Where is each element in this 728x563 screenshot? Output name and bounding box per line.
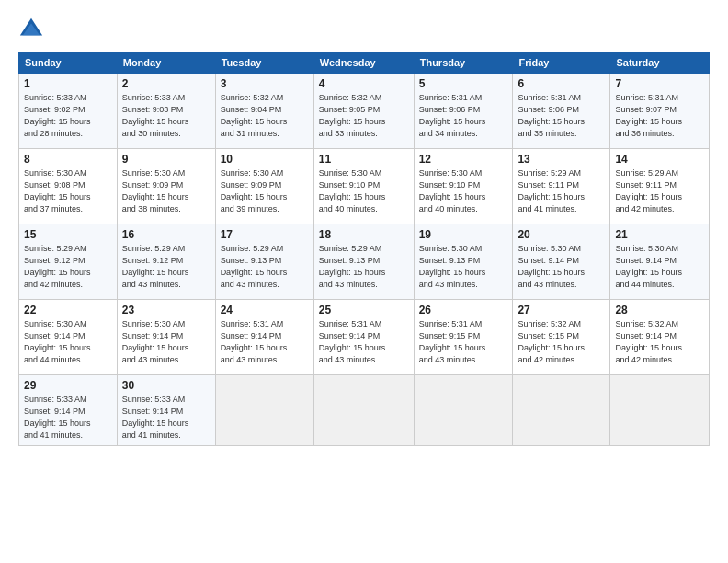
day-number: 10 — [221, 153, 309, 166]
calendar-cell: 18Sunrise: 5:29 AM Sunset: 9:13 PM Dayli… — [313, 224, 414, 300]
calendar-cell: 6Sunrise: 5:31 AM Sunset: 9:06 PM Daylig… — [513, 74, 610, 149]
calendar-cell: 26Sunrise: 5:31 AM Sunset: 9:15 PM Dayli… — [414, 300, 513, 375]
day-info: Sunrise: 5:30 AM Sunset: 9:09 PM Dayligh… — [122, 167, 210, 215]
weekday-header-wednesday: Wednesday — [313, 52, 414, 74]
calendar-cell: 25Sunrise: 5:31 AM Sunset: 9:14 PM Dayli… — [313, 300, 414, 375]
day-info: Sunrise: 5:33 AM Sunset: 9:14 PM Dayligh… — [122, 394, 210, 442]
day-number: 27 — [518, 304, 605, 316]
page: SundayMondayTuesdayWednesdayThursdayFrid… — [0, 0, 728, 563]
weekday-header-friday: Friday — [513, 52, 610, 74]
day-info: Sunrise: 5:29 AM Sunset: 9:11 PM Dayligh… — [615, 167, 704, 215]
day-info: Sunrise: 5:32 AM Sunset: 9:14 PM Dayligh… — [615, 318, 704, 366]
day-number: 29 — [24, 379, 112, 392]
day-number: 8 — [24, 153, 112, 166]
day-info: Sunrise: 5:33 AM Sunset: 9:14 PM Dayligh… — [24, 394, 112, 442]
calendar-week-row: 1Sunrise: 5:33 AM Sunset: 9:02 PM Daylig… — [19, 74, 710, 149]
calendar-cell — [313, 375, 414, 446]
day-number: 4 — [319, 77, 409, 90]
day-number: 7 — [615, 77, 704, 90]
day-number: 19 — [419, 228, 508, 241]
day-info: Sunrise: 5:29 AM Sunset: 9:12 PM Dayligh… — [122, 243, 210, 291]
calendar-cell: 11Sunrise: 5:30 AM Sunset: 9:10 PM Dayli… — [313, 149, 414, 224]
day-number: 30 — [122, 379, 210, 392]
day-info: Sunrise: 5:29 AM Sunset: 9:13 PM Dayligh… — [221, 243, 309, 291]
calendar-cell: 16Sunrise: 5:29 AM Sunset: 9:12 PM Dayli… — [117, 224, 215, 300]
weekday-header-sunday: Sunday — [19, 52, 118, 74]
calendar-cell: 8Sunrise: 5:30 AM Sunset: 9:08 PM Daylig… — [19, 149, 118, 224]
day-number: 17 — [221, 228, 309, 241]
day-info: Sunrise: 5:33 AM Sunset: 9:03 PM Dayligh… — [122, 92, 210, 140]
day-info: Sunrise: 5:32 AM Sunset: 9:05 PM Dayligh… — [319, 92, 409, 140]
day-number: 16 — [122, 228, 210, 241]
day-number: 23 — [122, 304, 210, 316]
calendar-week-row: 15Sunrise: 5:29 AM Sunset: 9:12 PM Dayli… — [19, 224, 710, 300]
day-number: 26 — [419, 304, 508, 316]
day-info: Sunrise: 5:30 AM Sunset: 9:10 PM Dayligh… — [319, 167, 409, 215]
day-info: Sunrise: 5:33 AM Sunset: 9:02 PM Dayligh… — [24, 92, 112, 140]
calendar-cell: 7Sunrise: 5:31 AM Sunset: 9:07 PM Daylig… — [610, 74, 710, 149]
day-info: Sunrise: 5:31 AM Sunset: 9:06 PM Dayligh… — [518, 92, 605, 140]
day-number: 14 — [615, 153, 704, 166]
day-info: Sunrise: 5:32 AM Sunset: 9:15 PM Dayligh… — [518, 318, 605, 366]
day-number: 2 — [122, 77, 210, 90]
calendar-cell: 29Sunrise: 5:33 AM Sunset: 9:14 PM Dayli… — [19, 375, 118, 446]
calendar-week-row: 8Sunrise: 5:30 AM Sunset: 9:08 PM Daylig… — [19, 149, 710, 224]
day-info: Sunrise: 5:30 AM Sunset: 9:14 PM Dayligh… — [615, 243, 704, 291]
calendar-cell: 17Sunrise: 5:29 AM Sunset: 9:13 PM Dayli… — [215, 224, 313, 300]
calendar-cell: 24Sunrise: 5:31 AM Sunset: 9:14 PM Dayli… — [215, 300, 313, 375]
calendar-cell — [414, 375, 513, 446]
day-number: 12 — [419, 153, 508, 166]
calendar-week-row: 22Sunrise: 5:30 AM Sunset: 9:14 PM Dayli… — [19, 300, 710, 375]
calendar-cell: 1Sunrise: 5:33 AM Sunset: 9:02 PM Daylig… — [19, 74, 118, 149]
day-number: 21 — [615, 228, 704, 241]
day-number: 22 — [24, 304, 112, 316]
day-info: Sunrise: 5:29 AM Sunset: 9:11 PM Dayligh… — [518, 167, 605, 215]
weekday-header-monday: Monday — [117, 52, 215, 74]
day-info: Sunrise: 5:31 AM Sunset: 9:14 PM Dayligh… — [319, 318, 409, 366]
day-info: Sunrise: 5:30 AM Sunset: 9:14 PM Dayligh… — [518, 243, 605, 291]
calendar-cell: 10Sunrise: 5:30 AM Sunset: 9:09 PM Dayli… — [215, 149, 313, 224]
weekday-header-thursday: Thursday — [414, 52, 513, 74]
day-number: 18 — [319, 228, 409, 241]
calendar-cell: 28Sunrise: 5:32 AM Sunset: 9:14 PM Dayli… — [610, 300, 710, 375]
day-number: 13 — [518, 153, 605, 166]
calendar-cell: 12Sunrise: 5:30 AM Sunset: 9:10 PM Dayli… — [414, 149, 513, 224]
day-info: Sunrise: 5:30 AM Sunset: 9:08 PM Dayligh… — [24, 167, 112, 215]
day-number: 25 — [319, 304, 409, 316]
calendar-cell: 9Sunrise: 5:30 AM Sunset: 9:09 PM Daylig… — [117, 149, 215, 224]
calendar-cell: 19Sunrise: 5:30 AM Sunset: 9:13 PM Dayli… — [414, 224, 513, 300]
calendar-cell — [610, 375, 710, 446]
day-number: 15 — [24, 228, 112, 241]
calendar-week-row: 29Sunrise: 5:33 AM Sunset: 9:14 PM Dayli… — [19, 375, 710, 446]
day-info: Sunrise: 5:30 AM Sunset: 9:14 PM Dayligh… — [24, 318, 112, 366]
weekday-header-saturday: Saturday — [610, 52, 710, 74]
day-number: 9 — [122, 153, 210, 166]
day-info: Sunrise: 5:30 AM Sunset: 9:10 PM Dayligh… — [419, 167, 508, 215]
day-number: 3 — [221, 77, 309, 90]
day-number: 11 — [319, 153, 409, 166]
calendar-cell: 4Sunrise: 5:32 AM Sunset: 9:05 PM Daylig… — [313, 74, 414, 149]
day-info: Sunrise: 5:30 AM Sunset: 9:13 PM Dayligh… — [419, 243, 508, 291]
day-info: Sunrise: 5:29 AM Sunset: 9:12 PM Dayligh… — [24, 243, 112, 291]
day-number: 24 — [221, 304, 309, 316]
weekday-header-tuesday: Tuesday — [215, 52, 313, 74]
day-number: 1 — [24, 77, 112, 90]
day-number: 20 — [518, 228, 605, 241]
calendar-cell: 22Sunrise: 5:30 AM Sunset: 9:14 PM Dayli… — [19, 300, 118, 375]
calendar-cell: 14Sunrise: 5:29 AM Sunset: 9:11 PM Dayli… — [610, 149, 710, 224]
day-number: 5 — [419, 77, 508, 90]
calendar-cell: 30Sunrise: 5:33 AM Sunset: 9:14 PM Dayli… — [117, 375, 215, 446]
calendar-cell — [513, 375, 610, 446]
day-info: Sunrise: 5:31 AM Sunset: 9:07 PM Dayligh… — [615, 92, 704, 140]
calendar-cell: 21Sunrise: 5:30 AM Sunset: 9:14 PM Dayli… — [610, 224, 710, 300]
calendar-cell — [215, 375, 313, 446]
header — [18, 17, 710, 42]
logo-icon — [18, 17, 44, 42]
calendar-cell: 13Sunrise: 5:29 AM Sunset: 9:11 PM Dayli… — [513, 149, 610, 224]
calendar-cell: 5Sunrise: 5:31 AM Sunset: 9:06 PM Daylig… — [414, 74, 513, 149]
calendar-cell: 27Sunrise: 5:32 AM Sunset: 9:15 PM Dayli… — [513, 300, 610, 375]
weekday-header-row: SundayMondayTuesdayWednesdayThursdayFrid… — [19, 52, 710, 74]
calendar-cell: 23Sunrise: 5:30 AM Sunset: 9:14 PM Dayli… — [117, 300, 215, 375]
day-number: 28 — [615, 304, 704, 316]
day-info: Sunrise: 5:31 AM Sunset: 9:14 PM Dayligh… — [221, 318, 309, 366]
